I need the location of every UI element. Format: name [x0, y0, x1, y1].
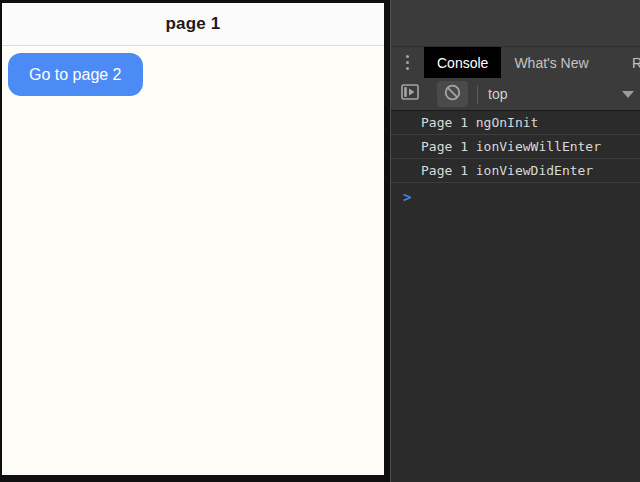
app-preview-panel: page 1 Go to page 2 [0, 0, 390, 482]
page-title: page 1 [165, 14, 220, 34]
toolbar-separator [477, 85, 478, 104]
app-viewport: page 1 Go to page 2 [2, 3, 384, 475]
console-message: Page 1 ionViewDidEnter [391, 159, 640, 183]
show-console-sidebar-icon [401, 84, 419, 104]
console-toolbar: top [391, 78, 640, 111]
devtools-panel: Console What's New R [390, 0, 640, 482]
app-content: Go to page 2 [2, 46, 384, 475]
frame-context-label: top [488, 86, 507, 102]
devtools-tabbar: Console What's New R [391, 47, 640, 78]
app-header: page 1 [2, 3, 384, 46]
console-message: Page 1 ionViewWillEnter [391, 135, 640, 159]
screen: page 1 Go to page 2 Console What's New R [0, 0, 640, 482]
kebab-menu-icon[interactable] [391, 47, 424, 78]
go-to-page-2-button[interactable]: Go to page 2 [8, 53, 143, 96]
show-console-sidebar-button[interactable] [396, 81, 424, 107]
tab-whats-new[interactable]: What's New [501, 47, 601, 78]
console-prompt-input[interactable]: > [391, 183, 640, 482]
tab-console[interactable]: Console [424, 47, 501, 78]
tab-clipped[interactable]: R [630, 47, 640, 78]
clear-console-icon [444, 84, 461, 105]
frame-context-select[interactable]: top [488, 78, 640, 110]
chevron-down-icon [622, 91, 634, 98]
console-prompt-chevron-icon: > [403, 189, 411, 205]
clear-console-button[interactable] [437, 81, 468, 107]
console-output: Page 1 ngOnInit Page 1 ionViewWillEnter … [391, 111, 640, 482]
devtools-top-strip [391, 0, 640, 47]
console-message: Page 1 ngOnInit [391, 111, 640, 135]
